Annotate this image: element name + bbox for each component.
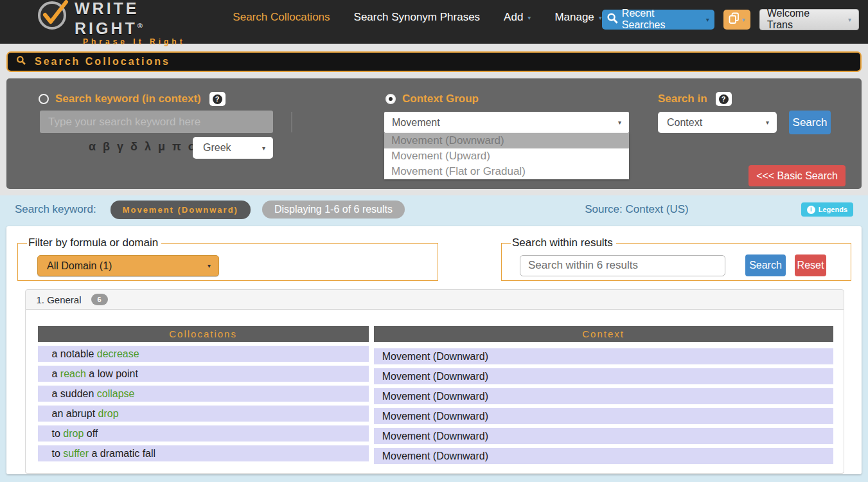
results-summary-bar: Search keyword: Movement (Downward) Disp…	[0, 195, 868, 224]
registered-mark: ®	[137, 21, 143, 29]
domain-filter-select[interactable]: All Domain (1) ▾	[37, 255, 219, 276]
results-content-panel: Filter by formula or domain All Domain (…	[6, 226, 862, 474]
context-group-options: Movement (Downward)Movement (Upward)Move…	[384, 133, 629, 179]
chevron-down-icon: ▾	[618, 119, 621, 126]
question-mark-icon: ?	[213, 94, 222, 104]
results-section: Search keyword: Movement (Downward) Disp…	[0, 195, 868, 482]
logo-title: WRITE RIGHT®	[75, 0, 143, 37]
top-navbar: WRITE RIGHT® Phrase It Right Search Coll…	[0, 0, 868, 44]
menu-item-search-collocations[interactable]: Search Collocations	[233, 11, 330, 24]
collocation-cell[interactable]: a reach a low point	[38, 366, 369, 382]
chevron-down-icon: ▾	[766, 119, 769, 126]
search-keyword-radio[interactable]	[39, 94, 49, 104]
collocation-cell[interactable]: a notable decrease	[38, 346, 369, 362]
accordion-title: 1. General	[37, 294, 82, 305]
results-accordion: 1. General 6 Collocations a notable decr…	[25, 289, 844, 474]
clipboard-menu-button[interactable]: ▾	[723, 10, 750, 30]
basic-search-button[interactable]: <<< Basic Search	[748, 165, 846, 186]
search-icon	[16, 55, 26, 68]
user-menu-button[interactable]: Welcome Trans ▾	[759, 9, 859, 30]
collocations-column-header: Collocations	[38, 326, 369, 342]
keyword-help-button[interactable]: ?	[209, 92, 226, 106]
page-title: Search Collocations	[35, 56, 170, 67]
search-within-button[interactable]: Search	[745, 254, 786, 276]
collocation-cell[interactable]: to drop off	[38, 425, 369, 442]
menu-item-add[interactable]: Add▾	[504, 11, 531, 24]
accordion-header-general[interactable]: 1. General 6	[25, 289, 844, 310]
context-cell: Movement (Downward)	[374, 368, 833, 384]
page-title-bar: Search Collocations	[6, 51, 862, 72]
chevron-down-icon: ▾	[848, 16, 851, 23]
collocation-cell[interactable]: a sudden collapse	[38, 386, 369, 402]
context-cell: Movement (Downward)	[374, 388, 833, 404]
search-in-help-button[interactable]: ?	[716, 92, 732, 106]
menu-item-manage[interactable]: Manage▾	[554, 11, 601, 24]
context-group-option[interactable]: Movement (Upward)	[384, 148, 629, 164]
chevron-down-icon: ▾	[208, 262, 211, 269]
collocations-cells: a notable decreasea reach a low pointa s…	[38, 346, 369, 461]
main-menu: Search Collocations Search Synonym Phras…	[233, 11, 602, 24]
filter-domain-fieldset: Filter by formula or domain All Domain (…	[17, 237, 438, 281]
context-group-radio[interactable]	[385, 94, 396, 104]
context-column-header: Context	[374, 326, 833, 342]
search-keyword-radio-label: Search keyword (in context)	[55, 93, 201, 105]
collocation-cell[interactable]: to suffer a dramatic fall	[38, 445, 369, 461]
search-in-select[interactable]: Context ▾	[658, 112, 777, 133]
logo-checkmark-icon	[36, 0, 69, 33]
advanced-search-panel: Search keyword (in context) ? α β γ δ λ …	[6, 78, 862, 189]
context-cells: Movement (Downward)Movement (Downward)Mo…	[374, 348, 833, 464]
greek-alphabet-select[interactable]: Greek ▾	[193, 137, 273, 159]
legends-button[interactable]: i Legends	[801, 202, 853, 217]
context-cell: Movement (Downward)	[374, 348, 833, 364]
copy-pages-icon	[729, 12, 740, 27]
app-logo[interactable]: WRITE RIGHT® Phrase It Right	[36, 0, 213, 46]
context-group-option[interactable]: Movement (Downward)	[384, 133, 629, 148]
search-icon	[607, 12, 619, 27]
result-count-badge: 6	[91, 294, 108, 305]
context-cell: Movement (Downward)	[374, 448, 833, 464]
menu-item-search-synonym-phrases[interactable]: Search Synonym Phrases	[354, 11, 481, 24]
chevron-down-icon: ▾	[262, 145, 265, 152]
search-keyword-input[interactable]	[40, 111, 273, 133]
reset-button[interactable]: Reset	[795, 254, 826, 276]
chevron-down-icon: ▾	[706, 16, 709, 23]
accordion-body: Collocations a notable decreasea reach a…	[25, 310, 844, 474]
chevron-down-icon: ▾	[527, 14, 531, 21]
collocations-table: Collocations a notable decreasea reach a…	[38, 326, 833, 465]
context-group-radio-label: Context Group	[402, 93, 479, 105]
search-in-label: Search in	[658, 93, 707, 105]
context-group-select[interactable]: Movement ▾	[384, 112, 629, 133]
source-label: Source: Context (US)	[585, 203, 689, 216]
chevron-down-icon: ▾	[742, 16, 745, 23]
context-group-option[interactable]: Movement (Flat or Gradual)	[384, 164, 629, 179]
results-count-pill: Displaying 1-6 of 6 results	[262, 201, 405, 219]
search-within-legend: Search within results	[511, 237, 616, 249]
context-cell: Movement (Downward)	[374, 428, 833, 444]
search-within-input[interactable]	[520, 255, 725, 276]
input-divider	[291, 112, 292, 132]
search-button[interactable]: Search	[789, 111, 831, 134]
recent-searches-button[interactable]: Recent Searches ▾	[602, 10, 714, 30]
keyword-pill: Movement (Downward)	[111, 201, 251, 219]
search-keyword-caption: Search keyword:	[15, 203, 96, 216]
info-icon: i	[807, 206, 815, 214]
search-within-fieldset: Search within results Search Reset	[501, 237, 851, 281]
context-cell: Movement (Downward)	[374, 408, 833, 424]
logo-tagline: Phrase It Right	[75, 37, 213, 46]
filter-domain-legend: Filter by formula or domain	[27, 237, 161, 249]
question-mark-icon: ?	[719, 94, 729, 104]
collocation-cell[interactable]: an abrupt drop	[38, 406, 369, 422]
